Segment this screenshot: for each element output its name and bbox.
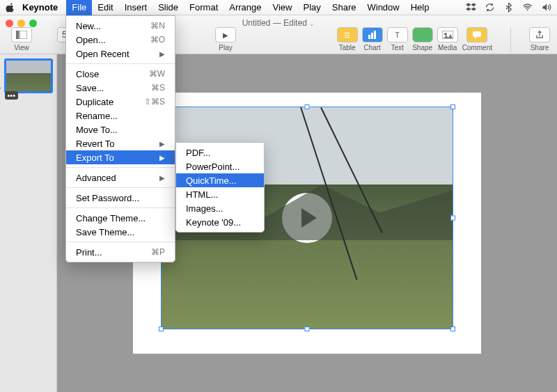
file-menu-item-save-theme[interactable]: Save Theme... (66, 225, 175, 239)
svg-rect-1 (16, 31, 19, 39)
resize-handle-bl[interactable] (159, 327, 164, 331)
menubar-arrange[interactable]: Arrange (223, 0, 267, 15)
submenu-arrow-icon: ▶ (159, 154, 165, 162)
wifi-icon[interactable] (522, 2, 533, 13)
table-button-label: Table (339, 44, 356, 52)
chart-button[interactable]: Chart (362, 27, 383, 52)
menu-item-label: Move To... (76, 125, 118, 135)
menu-item-label: PowerPoint... (186, 162, 240, 172)
menubar-slide[interactable]: Slide (152, 0, 184, 15)
menubar-window[interactable]: Window (361, 0, 405, 15)
file-menu-item-revert-to[interactable]: Revert To▶ (66, 136, 175, 150)
svg-rect-8 (473, 31, 481, 37)
menubar-file[interactable]: File (66, 0, 92, 15)
window-controls (6, 19, 37, 27)
file-menu-item-set-password[interactable]: Set Password... (66, 191, 175, 205)
slide-navigator[interactable]: 1 (0, 54, 57, 392)
view-button[interactable]: View (11, 27, 32, 52)
resize-handle-bm[interactable] (305, 327, 310, 331)
menu-item-label: New... (76, 21, 101, 31)
file-menu-item-export-to[interactable]: Export To▶ (66, 150, 175, 164)
export-submenu-item-pdf[interactable]: PDF... (176, 146, 264, 159)
resize-handle-tm[interactable] (305, 104, 310, 109)
menubar-share[interactable]: Share (327, 0, 362, 15)
menu-item-label: QuickTime... (186, 175, 236, 186)
resize-handle-tr[interactable] (450, 104, 455, 109)
slide-thumbnail-1[interactable] (4, 58, 53, 93)
share-button[interactable]: Share (529, 27, 550, 52)
export-to-submenu: PDF...PowerPoint...QuickTime...HTML...Im… (175, 142, 265, 233)
file-menu-item-open-recent[interactable]: Open Recent▶ (66, 47, 175, 61)
menu-item-label: Print... (76, 247, 102, 258)
comment-button[interactable]: Comment (462, 27, 492, 52)
export-submenu-item-powerpoint[interactable]: PowerPoint... (176, 159, 264, 173)
menu-item-shortcut: ⌘P (151, 247, 165, 257)
menu-item-shortcut: ⌘W (149, 69, 165, 79)
export-submenu-item-quicktime[interactable]: QuickTime... (176, 173, 264, 187)
sync-icon[interactable] (485, 2, 495, 13)
resize-handle-mr[interactable] (450, 216, 455, 221)
menubar-help[interactable]: Help (405, 0, 435, 15)
file-menu-item-open[interactable]: Open...⌘O (66, 33, 175, 47)
file-menu-item-change-theme[interactable]: Change Theme... (66, 211, 175, 225)
minimize-window-button[interactable] (17, 19, 25, 27)
menu-item-shortcut: ⌘O (150, 35, 165, 45)
menu-item-label: Keynote '09... (186, 217, 241, 228)
menubar-format[interactable]: Format (184, 0, 223, 15)
file-menu: New...⌘NOpen...⌘OOpen Recent▶Close⌘WSave… (65, 15, 175, 262)
menubar-status-tray (466, 2, 551, 13)
export-submenu-item-keynote-09[interactable]: Keynote '09... (176, 215, 264, 229)
file-menu-item-print[interactable]: Print...⌘P (66, 245, 175, 259)
menu-item-label: Set Password... (76, 193, 139, 203)
play-button[interactable]: ▶ Play (215, 27, 236, 52)
export-submenu-item-images[interactable]: Images... (176, 201, 264, 215)
zoom-window-button[interactable] (29, 19, 37, 27)
title-chevron-icon[interactable]: ⌄ (309, 20, 315, 27)
shape-button-label: Shape (412, 44, 432, 52)
export-submenu-item-html[interactable]: HTML... (176, 187, 264, 201)
shape-button[interactable]: Shape (412, 27, 433, 52)
menu-separator (66, 242, 175, 242)
submenu-arrow-icon: ▶ (159, 50, 165, 58)
text-button[interactable]: TText (387, 27, 408, 52)
apple-menu-icon[interactable] (6, 3, 15, 13)
menu-item-label: Open... (76, 35, 106, 45)
svg-rect-5 (374, 31, 376, 39)
menubar-app-name[interactable]: Keynote (22, 2, 58, 13)
file-menu-item-save[interactable]: Save...⌘S (66, 81, 175, 95)
menu-item-label: Advanced (76, 173, 116, 183)
media-button-label: Media (438, 44, 457, 52)
file-menu-item-new[interactable]: New...⌘N (66, 19, 175, 33)
menu-item-label: Export To (76, 152, 114, 163)
menu-separator (66, 167, 175, 168)
volume-icon[interactable] (541, 2, 551, 13)
share-button-label: Share (531, 44, 549, 52)
menu-item-label: Rename... (76, 111, 118, 121)
menu-item-label: Save... (76, 83, 104, 93)
mac-menubar: Keynote File Edit Insert Slide Format Ar… (0, 0, 557, 15)
menubar-edit[interactable]: Edit (92, 0, 118, 15)
file-menu-item-close[interactable]: Close⌘W (66, 67, 175, 81)
menubar-insert[interactable]: Insert (119, 0, 153, 15)
menu-item-shortcut: ⌘S (151, 83, 165, 93)
menubar-view[interactable]: View (267, 0, 298, 15)
svg-rect-2 (19, 31, 27, 39)
menubar-play[interactable]: Play (297, 0, 326, 15)
file-menu-item-rename[interactable]: Rename... (66, 109, 175, 123)
file-menu-item-duplicate[interactable]: Duplicate⇧⌘S (66, 95, 175, 109)
media-button[interactable]: Media (437, 27, 458, 52)
table-button[interactable]: ☰Table (337, 27, 358, 52)
menu-item-label: Duplicate (76, 97, 113, 107)
file-menu-item-move-to[interactable]: Move To... (66, 123, 175, 136)
resize-handle-br[interactable] (450, 327, 455, 331)
close-window-button[interactable] (6, 19, 13, 27)
document-title: Untitled — Edited ⌄ (242, 18, 315, 28)
bluetooth-icon[interactable] (503, 2, 514, 13)
menu-item-label: Revert To (76, 139, 114, 149)
menu-item-label: Close (76, 69, 99, 79)
menu-item-label: Open Recent (76, 49, 130, 59)
dropbox-icon[interactable] (466, 2, 476, 13)
menu-separator (66, 207, 175, 208)
menu-item-shortcut: ⌘N (150, 21, 165, 31)
file-menu-item-advanced[interactable]: Advanced▶ (66, 171, 175, 185)
